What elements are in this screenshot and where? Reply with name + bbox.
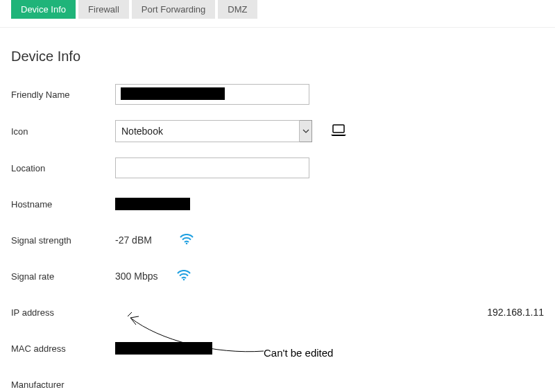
laptop-icon: [330, 124, 347, 139]
redacted-friendly-name: [121, 87, 225, 100]
label-location: Location: [11, 163, 115, 173]
page-content: Device Info Friendly Name Icon Notebook …: [0, 49, 555, 392]
label-icon: Icon: [11, 126, 115, 137]
chevron-down-icon: [302, 128, 309, 135]
label-mac-address: MAC address: [11, 343, 115, 354]
row-location: Location: [11, 157, 544, 178]
label-hostname: Hostname: [11, 199, 115, 210]
tab-dmz[interactable]: DMZ: [218, 0, 257, 19]
wifi-icon: [180, 234, 194, 247]
svg-rect-0: [333, 125, 344, 133]
wifi-icon: [177, 270, 191, 283]
label-signal-strength: Signal strength: [11, 235, 115, 246]
tab-firewall[interactable]: Firewall: [78, 0, 129, 19]
value-signal-rate: 300 Mbps: [115, 271, 157, 282]
row-signal-strength: Signal strength -27 dBM: [11, 230, 544, 250]
redacted-mac-address: [115, 342, 212, 355]
icon-select-dropdown-button[interactable]: [300, 120, 312, 142]
svg-point-2: [183, 278, 185, 280]
tab-device-info[interactable]: Device Info: [11, 0, 76, 19]
tab-divider: [0, 27, 555, 28]
page-title: Device Info: [11, 49, 544, 65]
row-ip-address: IP address 192.168.1.11: [11, 302, 544, 323]
row-manufacturer: Manufacturer: [11, 374, 544, 392]
value-signal-strength: -27 dBM: [115, 235, 152, 246]
location-input[interactable]: [115, 157, 309, 178]
value-ip-address: 192.168.1.11: [487, 307, 544, 318]
row-hostname: Hostname: [11, 194, 544, 214]
label-signal-rate: Signal rate: [11, 271, 115, 282]
label-ip-address: IP address: [11, 307, 115, 318]
icon-select-value: Notebook: [121, 126, 163, 137]
tab-bar: Device Info Firewall Port Forwarding DMZ: [0, 0, 555, 19]
tab-port-forwarding[interactable]: Port Forwarding: [132, 0, 215, 19]
svg-point-1: [186, 242, 188, 244]
redacted-hostname: [115, 198, 190, 210]
row-icon: Icon Notebook: [11, 120, 544, 142]
label-friendly-name: Friendly Name: [11, 90, 115, 100]
row-signal-rate: Signal rate 300 Mbps: [11, 266, 544, 287]
row-friendly-name: Friendly Name: [11, 84, 544, 105]
icon-select[interactable]: Notebook: [115, 120, 300, 142]
label-manufacturer: Manufacturer: [11, 380, 115, 390]
annotation-text: Can't be edited: [264, 347, 333, 359]
